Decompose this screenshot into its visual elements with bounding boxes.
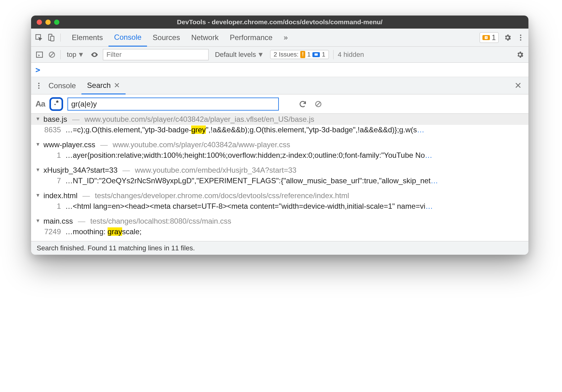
line-number: 7 (42, 176, 61, 185)
result-file-header[interactable]: ▼ main.css — tests/changes/localhost:808… (31, 216, 528, 227)
result-file-header[interactable]: ▼ index.html — tests/changes/developer.c… (31, 190, 528, 201)
match-case-button[interactable]: Aa (35, 99, 45, 109)
tab-sources[interactable]: Sources (147, 29, 186, 46)
hidden-count[interactable]: 4 hidden (338, 51, 364, 59)
search-match-highlight: grey (191, 125, 206, 134)
chevron-down-icon: ▼ (78, 51, 85, 59)
chevron-down-icon: ▼ (257, 51, 264, 59)
truncation-ellipsis: … (425, 151, 432, 159)
warning-badge-icon: ! (300, 51, 305, 58)
tab-console[interactable]: Console (108, 29, 147, 47)
line-content: …=c);g.O(this.element,"ytp-3d-badge-grey… (65, 125, 524, 134)
result-line[interactable]: 7249…moothing: grayscale; (31, 227, 528, 241)
truncation-ellipsis: … (425, 202, 433, 210)
line-content: …NT_ID":"2OeQYs2rNcSnW8yxpLgD","EXPERIME… (65, 176, 524, 185)
status-text: Search finished. Found 11 matching lines… (37, 244, 195, 252)
warnings-button[interactable]: ! 1 (480, 32, 499, 43)
search-input[interactable] (67, 98, 279, 111)
drawer-tab-console[interactable]: Console (43, 77, 81, 94)
tab-elements[interactable]: Elements (66, 29, 108, 46)
svg-rect-2 (51, 36, 54, 41)
result-line[interactable]: 8635…=c);g.O(this.element,"ytp-3d-badge-… (31, 125, 528, 139)
regex-toggle-button[interactable]: .* (49, 97, 63, 111)
filter-input[interactable]: Filter (103, 49, 209, 60)
search-bar: Aa .* (31, 94, 528, 114)
search-results: ▼ base.js — www.youtube.com/s/player/c40… (31, 114, 528, 241)
svg-point-7 (520, 39, 521, 40)
svg-line-16 (316, 102, 320, 106)
main-tabs-bar: Elements Console Sources Network Perform… (31, 29, 528, 47)
result-file-header[interactable]: ▼ base.js — www.youtube.com/s/player/c40… (31, 114, 528, 125)
tab-performance[interactable]: Performance (224, 29, 278, 46)
result-file-name: main.css (44, 217, 73, 226)
result-file-name: base.js (44, 115, 67, 124)
inspect-element-icon[interactable] (35, 34, 43, 42)
svg-text:!: ! (486, 36, 486, 39)
log-levels-select[interactable]: Default levels ▼ (213, 50, 266, 59)
device-toolbar-icon[interactable] (47, 34, 55, 42)
result-file-name: www-player.css (44, 140, 95, 149)
result-file-header[interactable]: ▼ xHusjrb_34A?start=33 — www.youtube.com… (31, 165, 528, 176)
result-file-url: tests/changes/developer.chrome.com/docs/… (95, 191, 349, 200)
console-prompt[interactable]: > (31, 63, 528, 77)
drawer-tabs: Console Search ✕ ✕ (31, 77, 528, 94)
result-file-header[interactable]: ▼ www-player.css — www.youtube.com/s/pla… (31, 139, 528, 150)
result-file-url: www.youtube.com/embed/xHusjrb_34A?start=… (135, 166, 297, 175)
tab-network[interactable]: Network (186, 29, 224, 46)
result-file-url: www.youtube.com/s/player/c403842a/player… (85, 115, 314, 124)
line-number: 1 (42, 202, 61, 211)
result-file-url: www.youtube.com/s/player/c403842a/www-pl… (113, 140, 290, 149)
clear-console-icon[interactable] (48, 51, 56, 59)
close-tab-icon[interactable]: ✕ (114, 81, 120, 90)
info-badge-icon (312, 52, 320, 57)
execution-context-select[interactable]: top ▼ (65, 50, 86, 59)
line-number: 8635 (42, 125, 61, 134)
svg-line-10 (50, 52, 54, 57)
disclosure-triangle-icon: ▼ (35, 142, 40, 147)
svg-point-13 (38, 85, 39, 86)
svg-rect-11 (315, 53, 318, 55)
line-content: …<html lang=en><head><meta charset=UTF-8… (65, 202, 524, 211)
console-settings-gear-icon[interactable] (516, 51, 524, 59)
prompt-chevron-icon: > (35, 65, 40, 75)
window-title: DevTools - developer.chrome.com/docs/dev… (31, 18, 528, 26)
clear-search-icon[interactable] (314, 100, 322, 108)
search-match-highlight: gray (108, 227, 122, 236)
result-file-name: xHusjrb_34A?start=33 (44, 166, 117, 175)
disclosure-triangle-icon: ▼ (35, 167, 40, 173)
issues-button[interactable]: 2 Issues: ! 1 1 (270, 50, 329, 59)
settings-gear-icon[interactable] (504, 34, 512, 42)
titlebar: DevTools - developer.chrome.com/docs/dev… (31, 16, 528, 29)
console-sidebar-toggle-icon[interactable] (35, 51, 44, 59)
svg-point-5 (520, 34, 521, 36)
svg-point-14 (38, 87, 39, 89)
line-content: …ayer{position:relative;width:100%;heigh… (65, 151, 524, 160)
warning-badge-icon: ! (482, 35, 490, 40)
warning-count: 1 (492, 33, 496, 42)
truncation-ellipsis: … (431, 176, 438, 185)
svg-rect-8 (36, 52, 43, 57)
live-expression-eye-icon[interactable] (90, 51, 99, 59)
line-content: …moothing: grayscale; (65, 227, 524, 236)
result-line[interactable]: 1…<html lang=en><head><meta charset=UTF-… (31, 201, 528, 216)
drawer-tab-search[interactable]: Search ✕ (81, 77, 126, 94)
line-number: 7249 (42, 227, 61, 236)
result-file-name: index.html (44, 191, 77, 200)
svg-point-6 (520, 37, 521, 38)
truncation-ellipsis: … (417, 125, 424, 134)
refresh-search-icon[interactable] (299, 100, 307, 108)
devtools-window: DevTools - developer.chrome.com/docs/dev… (31, 16, 528, 255)
svg-point-12 (38, 83, 39, 84)
line-number: 1 (42, 151, 61, 160)
result-file-url: tests/changes/localhost:8080/css/main.cs… (90, 217, 232, 226)
console-toolbar: top ▼ Filter Default levels ▼ 2 Issues: … (31, 47, 528, 63)
drawer-menu-icon[interactable] (35, 82, 43, 90)
tabs-overflow-button[interactable]: » (278, 29, 293, 46)
disclosure-triangle-icon: ▼ (35, 218, 40, 224)
result-line[interactable]: 7…NT_ID":"2OeQYs2rNcSnW8yxpLgD","EXPERIM… (31, 176, 528, 190)
disclosure-triangle-icon: ▼ (35, 116, 40, 122)
result-line[interactable]: 1…ayer{position:relative;width:100%;heig… (31, 150, 528, 165)
close-drawer-icon[interactable]: ✕ (514, 80, 525, 91)
status-bar: Search finished. Found 11 matching lines… (31, 241, 528, 255)
kebab-menu-icon[interactable] (517, 34, 525, 42)
